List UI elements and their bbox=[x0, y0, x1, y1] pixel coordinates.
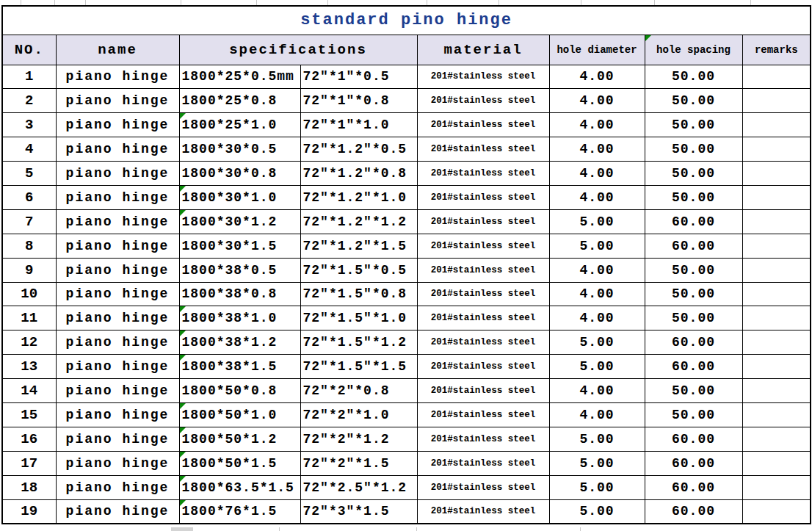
product-name-cell[interactable]: piano hinge bbox=[56, 234, 179, 258]
product-name-cell[interactable]: piano hinge bbox=[56, 475, 179, 499]
spec-metric-cell[interactable]: 1800*30*1.5 bbox=[179, 234, 300, 258]
spec-metric-cell[interactable]: 1800*25*0.8 bbox=[179, 89, 300, 113]
row-number-cell[interactable]: 5 bbox=[2, 162, 56, 186]
remarks-cell[interactable] bbox=[742, 65, 811, 89]
material-cell[interactable]: 201#stainless steel bbox=[417, 451, 549, 475]
material-cell[interactable]: 201#stainless steel bbox=[417, 402, 549, 427]
hole-spacing-cell[interactable]: 60.00 bbox=[645, 451, 742, 475]
row-number-cell[interactable]: 19 bbox=[2, 499, 56, 524]
spec-metric-cell[interactable]: 1800*30*1.0 bbox=[179, 185, 300, 209]
material-cell[interactable]: 201#stainless steel bbox=[417, 499, 549, 524]
product-name-cell[interactable]: piano hinge bbox=[56, 113, 179, 137]
hole-diameter-cell[interactable]: 5.00 bbox=[549, 209, 645, 234]
hole-spacing-cell[interactable]: 50.00 bbox=[645, 137, 742, 162]
remarks-cell[interactable] bbox=[742, 330, 811, 355]
hole-diameter-cell[interactable]: 4.00 bbox=[549, 89, 645, 113]
hole-spacing-cell[interactable]: 60.00 bbox=[645, 427, 742, 451]
spec-metric-cell[interactable]: 1800*30*0.8 bbox=[179, 162, 300, 186]
table-title[interactable]: standard pino hinge bbox=[2, 6, 811, 35]
hole-diameter-cell[interactable]: 4.00 bbox=[549, 258, 645, 282]
product-name-cell[interactable]: piano hinge bbox=[56, 306, 179, 330]
material-cell[interactable]: 201#stainless steel bbox=[417, 185, 549, 209]
row-number-cell[interactable]: 12 bbox=[2, 330, 56, 355]
product-name-cell[interactable]: piano hinge bbox=[56, 499, 179, 524]
spec-metric-cell[interactable]: 1800*30*1.2 bbox=[179, 209, 300, 234]
hole-spacing-cell[interactable]: 60.00 bbox=[645, 209, 742, 234]
spec-imperial-cell[interactable]: 72″*2″*0.8 bbox=[300, 379, 417, 403]
material-cell[interactable]: 201#stainless steel bbox=[417, 379, 549, 403]
product-name-cell[interactable]: piano hinge bbox=[56, 89, 179, 113]
row-number-cell[interactable]: 9 bbox=[2, 258, 56, 282]
hole-diameter-cell[interactable]: 4.00 bbox=[549, 113, 645, 137]
spec-imperial-cell[interactable]: 72″*1.5″*1.5 bbox=[300, 355, 417, 379]
spec-metric-cell[interactable]: 1800*30*0.5 bbox=[179, 137, 300, 162]
hole-diameter-cell[interactable]: 5.00 bbox=[549, 499, 645, 524]
material-cell[interactable]: 201#stainless steel bbox=[417, 209, 549, 234]
row-number-cell[interactable]: 15 bbox=[2, 402, 56, 427]
spec-imperial-cell[interactable]: 72″*1″*0.8 bbox=[300, 89, 417, 113]
remarks-cell[interactable] bbox=[742, 282, 811, 306]
hole-spacing-cell[interactable]: 60.00 bbox=[645, 234, 742, 258]
row-number-cell[interactable]: 6 bbox=[2, 185, 56, 209]
row-number-cell[interactable]: 3 bbox=[2, 113, 56, 137]
spec-metric-cell[interactable]: 1800*38*0.8 bbox=[179, 282, 300, 306]
spec-imperial-cell[interactable]: 72″*1.5″*1.0 bbox=[300, 306, 417, 330]
header-material[interactable]: material bbox=[417, 35, 549, 65]
spec-metric-cell[interactable]: 1800*38*1.5 bbox=[179, 355, 300, 379]
product-name-cell[interactable]: piano hinge bbox=[56, 282, 179, 306]
remarks-cell[interactable] bbox=[742, 185, 811, 209]
product-name-cell[interactable]: piano hinge bbox=[56, 162, 179, 186]
row-number-cell[interactable]: 14 bbox=[2, 379, 56, 403]
material-cell[interactable]: 201#stainless steel bbox=[417, 137, 549, 162]
hole-spacing-cell[interactable]: 50.00 bbox=[645, 162, 742, 186]
product-name-cell[interactable]: piano hinge bbox=[56, 258, 179, 282]
remarks-cell[interactable] bbox=[742, 209, 811, 234]
hole-spacing-cell[interactable]: 50.00 bbox=[645, 113, 742, 137]
hole-spacing-cell[interactable]: 60.00 bbox=[645, 330, 742, 355]
product-name-cell[interactable]: piano hinge bbox=[56, 355, 179, 379]
product-name-cell[interactable]: piano hinge bbox=[56, 427, 179, 451]
product-name-cell[interactable]: piano hinge bbox=[56, 209, 179, 234]
hole-spacing-cell[interactable]: 60.00 bbox=[645, 355, 742, 379]
row-number-cell[interactable]: 17 bbox=[2, 451, 56, 475]
hole-diameter-cell[interactable]: 4.00 bbox=[549, 137, 645, 162]
material-cell[interactable]: 201#stainless steel bbox=[417, 282, 549, 306]
hole-diameter-cell[interactable]: 4.00 bbox=[549, 379, 645, 403]
row-number-cell[interactable]: 1 bbox=[2, 65, 56, 89]
row-number-cell[interactable]: 18 bbox=[2, 475, 56, 499]
product-name-cell[interactable]: piano hinge bbox=[56, 330, 179, 355]
hole-spacing-cell[interactable]: 50.00 bbox=[645, 306, 742, 330]
spec-imperial-cell[interactable]: 72″*1″*1.0 bbox=[300, 113, 417, 137]
row-number-cell[interactable]: 10 bbox=[2, 282, 56, 306]
hole-spacing-cell[interactable]: 50.00 bbox=[645, 379, 742, 403]
spec-metric-cell[interactable]: 1800*38*0.5 bbox=[179, 258, 300, 282]
material-cell[interactable]: 201#stainless steel bbox=[417, 427, 549, 451]
hole-diameter-cell[interactable]: 5.00 bbox=[549, 475, 645, 499]
remarks-cell[interactable] bbox=[742, 379, 811, 403]
hole-diameter-cell[interactable]: 5.00 bbox=[549, 355, 645, 379]
remarks-cell[interactable] bbox=[742, 162, 811, 186]
product-name-cell[interactable]: piano hinge bbox=[56, 137, 179, 162]
remarks-cell[interactable] bbox=[742, 451, 811, 475]
material-cell[interactable]: 201#stainless steel bbox=[417, 475, 549, 499]
material-cell[interactable]: 201#stainless steel bbox=[417, 89, 549, 113]
spec-metric-cell[interactable]: 1800*76*1.5 bbox=[179, 499, 300, 524]
header-hole-diameter[interactable]: hole diameter bbox=[549, 35, 645, 65]
spec-imperial-cell[interactable]: 72″*3″*1.5 bbox=[300, 499, 417, 524]
product-name-cell[interactable]: piano hinge bbox=[56, 402, 179, 427]
material-cell[interactable]: 201#stainless steel bbox=[417, 162, 549, 186]
material-cell[interactable]: 201#stainless steel bbox=[417, 65, 549, 89]
header-name[interactable]: name bbox=[56, 35, 179, 65]
spec-metric-cell[interactable]: 1800*38*1.0 bbox=[179, 306, 300, 330]
remarks-cell[interactable] bbox=[742, 306, 811, 330]
remarks-cell[interactable] bbox=[742, 499, 811, 524]
row-number-cell[interactable]: 2 bbox=[2, 89, 56, 113]
remarks-cell[interactable] bbox=[742, 89, 811, 113]
spec-metric-cell[interactable]: 1800*50*0.8 bbox=[179, 379, 300, 403]
hole-spacing-cell[interactable]: 60.00 bbox=[645, 475, 742, 499]
row-number-cell[interactable]: 13 bbox=[2, 355, 56, 379]
remarks-cell[interactable] bbox=[742, 258, 811, 282]
hole-spacing-cell[interactable]: 50.00 bbox=[645, 65, 742, 89]
spec-imperial-cell[interactable]: 72″*1.5″*0.8 bbox=[300, 282, 417, 306]
spec-imperial-cell[interactable]: 72″*1.5″*0.5 bbox=[300, 258, 417, 282]
